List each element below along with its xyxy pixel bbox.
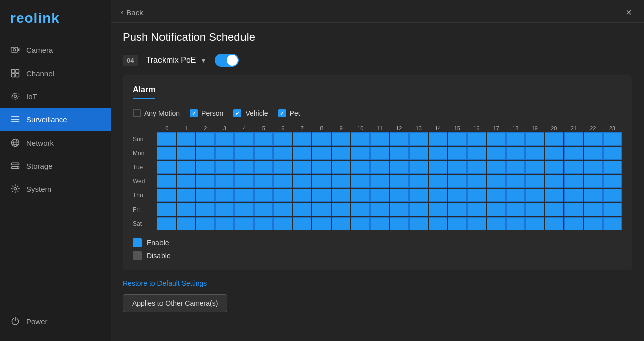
grid-cell[interactable] (525, 175, 544, 188)
grid-cell[interactable] (351, 175, 370, 188)
grid-cell[interactable] (157, 175, 176, 188)
grid-cell[interactable] (525, 161, 544, 174)
grid-cell[interactable] (448, 217, 467, 230)
grid-cell[interactable] (545, 132, 564, 146)
grid-cell[interactable] (177, 161, 196, 174)
grid-cell[interactable] (584, 189, 603, 202)
grid-cell[interactable] (370, 147, 389, 160)
grid-cell[interactable] (390, 203, 409, 216)
grid-cell[interactable] (293, 132, 312, 146)
grid-cell[interactable] (312, 147, 331, 160)
grid-cell[interactable] (506, 132, 525, 146)
grid-cell[interactable] (370, 217, 389, 230)
grid-cell[interactable] (254, 132, 273, 146)
grid-cell[interactable] (215, 161, 234, 174)
grid-cell[interactable] (293, 147, 312, 160)
grid-cell[interactable] (487, 175, 506, 188)
sidebar-item-power[interactable]: Power (0, 310, 111, 333)
alarm-type-person[interactable]: Person (190, 109, 223, 117)
grid-cell[interactable] (409, 203, 428, 216)
alarm-type-vehicle[interactable]: Vehicle (233, 109, 268, 117)
grid-cell[interactable] (429, 203, 448, 216)
grid-cell[interactable] (196, 189, 215, 202)
grid-cell[interactable] (332, 132, 351, 146)
grid-cell[interactable] (196, 147, 215, 160)
grid-cell[interactable] (312, 189, 331, 202)
grid-cell[interactable] (351, 132, 370, 146)
grid-cell[interactable] (234, 217, 254, 230)
sidebar-item-network[interactable]: Network (0, 131, 111, 154)
grid-cell[interactable] (157, 217, 176, 230)
sidebar-item-channel[interactable]: Channel (0, 61, 111, 85)
person-checkbox[interactable] (190, 109, 198, 117)
grid-cell[interactable] (312, 132, 331, 146)
grid-cell[interactable] (196, 175, 215, 188)
grid-cell[interactable] (332, 175, 351, 188)
grid-cell[interactable] (234, 147, 254, 160)
grid-cell[interactable] (332, 161, 351, 174)
device-dropdown[interactable]: Trackmix PoE ▼ (146, 56, 207, 65)
grid-cell[interactable] (293, 175, 312, 188)
grid-cell[interactable] (429, 175, 448, 188)
grid-cell[interactable] (409, 175, 428, 188)
grid-cell[interactable] (351, 203, 370, 216)
grid-cell[interactable] (409, 147, 428, 160)
grid-cell[interactable] (273, 175, 292, 188)
alarm-type-any-motion[interactable]: Any Motion (133, 109, 180, 117)
grid-cell[interactable] (351, 147, 370, 160)
grid-cell[interactable] (603, 203, 622, 216)
sidebar-item-iot[interactable]: IoT (0, 85, 111, 108)
grid-cell[interactable] (467, 175, 487, 188)
grid-cell[interactable] (351, 189, 370, 202)
grid-cell[interactable] (254, 203, 273, 216)
grid-cell[interactable] (370, 189, 389, 202)
grid-cell[interactable] (545, 189, 564, 202)
grid-cell[interactable] (545, 217, 564, 230)
grid-cell[interactable] (525, 203, 544, 216)
grid-cell[interactable] (215, 217, 234, 230)
back-button[interactable]: ‹ Back (121, 8, 143, 17)
grid-cell[interactable] (506, 217, 525, 230)
grid-cell[interactable] (254, 161, 273, 174)
grid-cell[interactable] (254, 189, 273, 202)
grid-cell[interactable] (254, 217, 273, 230)
grid-cell[interactable] (215, 189, 234, 202)
grid-cell[interactable] (545, 161, 564, 174)
grid-cell[interactable] (390, 217, 409, 230)
grid-cell[interactable] (584, 203, 603, 216)
grid-cell[interactable] (215, 147, 234, 160)
grid-cell[interactable] (157, 161, 176, 174)
grid-cell[interactable] (564, 175, 583, 188)
grid-cell[interactable] (332, 147, 351, 160)
grid-cell[interactable] (564, 217, 583, 230)
grid-cell[interactable] (196, 203, 215, 216)
grid-cell[interactable] (177, 147, 196, 160)
grid-cell[interactable] (370, 161, 389, 174)
grid-cell[interactable] (273, 203, 292, 216)
grid-cell[interactable] (506, 161, 525, 174)
sidebar-item-system[interactable]: System (0, 177, 111, 200)
grid-cell[interactable] (370, 132, 389, 146)
any-motion-checkbox[interactable] (133, 109, 141, 117)
grid-cell[interactable] (234, 203, 254, 216)
grid-cell[interactable] (196, 217, 215, 230)
grid-cell[interactable] (351, 217, 370, 230)
grid-cell[interactable] (234, 189, 254, 202)
grid-cell[interactable] (564, 189, 583, 202)
grid-cell[interactable] (506, 175, 525, 188)
grid-cell[interactable] (409, 132, 428, 146)
grid-cell[interactable] (312, 175, 331, 188)
grid-cell[interactable] (409, 217, 428, 230)
grid-cell[interactable] (390, 175, 409, 188)
grid-cell[interactable] (177, 132, 196, 146)
grid-cell[interactable] (157, 189, 176, 202)
grid-cell[interactable] (487, 147, 506, 160)
grid-cell[interactable] (487, 203, 506, 216)
grid-cell[interactable] (215, 203, 234, 216)
grid-cell[interactable] (157, 147, 176, 160)
grid-cell[interactable] (351, 161, 370, 174)
sidebar-item-storage[interactable]: Storage (0, 154, 111, 177)
grid-cell[interactable] (506, 147, 525, 160)
grid-cell[interactable] (545, 175, 564, 188)
grid-cell[interactable] (506, 203, 525, 216)
